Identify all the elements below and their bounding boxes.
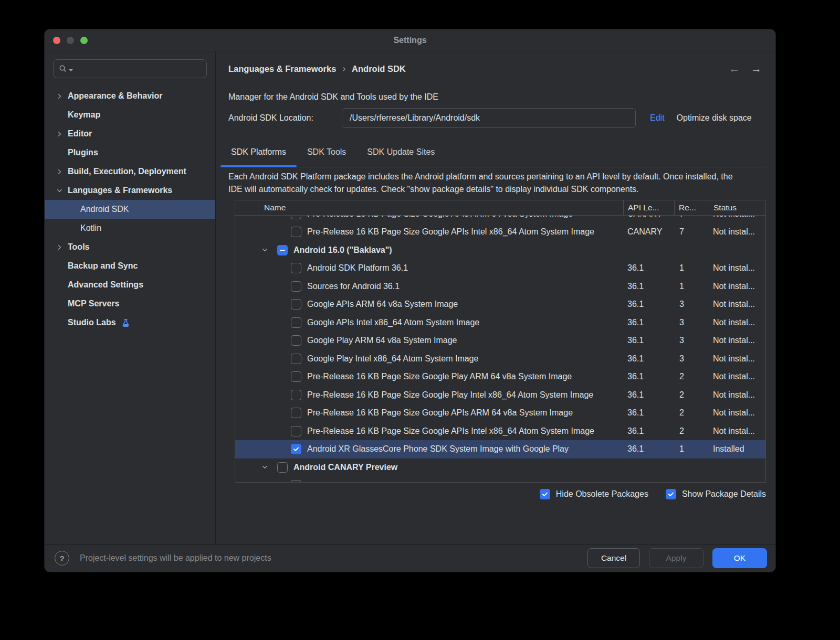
checkbox-unchecked[interactable] [291, 263, 301, 273]
search-filter-caret-icon[interactable] [69, 69, 73, 71]
sidebar-item-keymap[interactable]: Keymap [45, 105, 215, 124]
table-row-android-16-0-baklava[interactable]: Android 16.0 ("Baklava") [235, 241, 765, 260]
table-row-pre-release-16-kb-page-size-google-play-intel-x86-64-atom-system-image[interactable]: Pre-Release 16 KB Page Size Google Play … [235, 386, 765, 404]
chevron-right-icon[interactable] [56, 92, 63, 100]
table-row-pre-release-16-kb-page-size-google-apis-arm-64-v8a-system-image[interactable]: Pre-Release 16 KB Page Size Google APIs … [235, 216, 765, 223]
table-row-row[interactable] [235, 476, 765, 482]
help-icon[interactable]: ? [55, 551, 69, 566]
tab-sdk-tools[interactable]: SDK Tools [297, 137, 356, 167]
settings-search-input[interactable] [53, 59, 207, 78]
table-row-android-sdk-platform-36-1[interactable]: Android SDK Platform 36.136.11Not instal… [235, 259, 765, 278]
sidebar-item-studio-labs[interactable]: Studio Labs [45, 313, 215, 332]
cell-status: Not instal... [709, 390, 765, 400]
chevron-down-icon[interactable] [261, 464, 269, 471]
table-row-google-apis-intel-x86-64-atom-system-image[interactable]: Google APIs Intel x86_64 Atom System Ima… [235, 314, 765, 332]
option-show-package-details[interactable]: Show Package Details [666, 489, 766, 499]
cell-revision: 3 [674, 354, 709, 364]
cell-status: Not instal... [709, 408, 765, 418]
minimize-window-button[interactable] [67, 37, 74, 44]
sidebar-item-label: Languages & Frameworks [68, 186, 172, 195]
checkbox-unchecked[interactable] [291, 216, 301, 219]
sdk-location-field[interactable]: /Users/rferrese/Library/Android/sdk [342, 108, 636, 128]
table-row-pre-release-16-kb-page-size-google-play-arm-64-v8a-system-image[interactable]: Pre-Release 16 KB Page Size Google Play … [235, 368, 765, 386]
checkbox-unchecked[interactable] [291, 354, 301, 364]
checkbox-checked[interactable] [540, 489, 550, 499]
edit-link[interactable]: Edit [650, 113, 665, 123]
cell-name [235, 476, 623, 482]
checkbox-unchecked[interactable] [291, 281, 301, 292]
sidebar-item-editor[interactable]: Editor [45, 124, 215, 143]
sidebar-item-kotlin[interactable]: Kotlin [45, 219, 215, 238]
breadcrumb-current: Android SDK [352, 64, 406, 74]
chevron-down-icon[interactable] [261, 247, 269, 253]
sidebar-item-build-execution-deployment[interactable]: Build, Execution, Deployment [45, 162, 215, 181]
checkbox-unchecked[interactable] [291, 408, 301, 418]
cell-name: Pre-Release 16 KB Page Size Google Play … [235, 371, 623, 382]
sidebar-item-label: Advanced Settings [68, 280, 143, 290]
close-window-button[interactable] [53, 37, 60, 44]
table-row-sources-for-android-36-1[interactable]: Sources for Android 36.136.11Not instal.… [235, 278, 765, 296]
checkbox-unchecked[interactable] [291, 227, 301, 237]
sidebar-item-appearance-behavior[interactable]: Appearance & Behavior [45, 87, 215, 105]
checkbox-unchecked[interactable] [277, 462, 288, 473]
option-hide-obsolete-packages[interactable]: Hide Obsolete Packages [540, 489, 648, 499]
tab-sdk-platforms[interactable]: SDK Platforms [220, 137, 297, 167]
chevron-spacer [56, 262, 63, 270]
ok-button[interactable]: OK [712, 548, 767, 568]
table-row-google-play-intel-x86-64-atom-system-image[interactable]: Google Play Intel x86_64 Atom System Ima… [235, 350, 765, 368]
sdk-location-row: Android SDK Location: /Users/rferrese/Li… [228, 108, 765, 128]
search-icon [59, 65, 67, 73]
sidebar-item-backup-and-sync[interactable]: Backup and Sync [45, 257, 215, 275]
column-header-status[interactable]: Status [709, 200, 765, 215]
chevron-right-icon[interactable] [56, 168, 63, 175]
checkbox-checked[interactable] [666, 489, 676, 499]
sdk-packages-table: Name API Le... Re... Status Pre-Release … [235, 200, 766, 483]
checkbox-unchecked[interactable] [291, 317, 301, 328]
sidebar-item-android-sdk[interactable]: Android SDK [45, 200, 215, 219]
breadcrumb-parent[interactable]: Languages & Frameworks [228, 64, 336, 74]
table-row-google-apis-arm-64-v8a-system-image[interactable]: Google APIs ARM 64 v8a System Image36.13… [235, 295, 765, 314]
checkbox-unchecked[interactable] [291, 371, 301, 382]
table-row-android-xr-glassescore-phone-sdk-system-image-with-google-play[interactable]: Android XR GlassesCore Phone SDK System … [235, 440, 765, 458]
checkbox-unchecked[interactable] [291, 299, 301, 310]
checkbox-unchecked[interactable] [291, 335, 301, 346]
chevron-right-icon[interactable] [56, 130, 63, 137]
table-row-pre-release-16-kb-page-size-google-apis-intel-x86-64-atom-system-image[interactable]: Pre-Release 16 KB Page Size Google APIs … [235, 223, 765, 241]
package-name: Pre-Release 16 KB Page Size Google APIs … [307, 227, 594, 237]
table-row-android-canary-preview[interactable]: Android CANARY Preview [235, 458, 765, 477]
chevron-down-icon[interactable] [56, 187, 63, 194]
chevron-right-icon[interactable] [56, 243, 63, 251]
back-arrow-icon[interactable]: ← [729, 62, 740, 75]
flask-icon [121, 318, 130, 327]
column-header-name[interactable]: Name [258, 200, 623, 215]
cell-name: Google APIs ARM 64 v8a System Image [235, 299, 623, 310]
sidebar-item-tools[interactable]: Tools [45, 238, 215, 257]
sidebar-item-mcp-servers[interactable]: MCP Servers [45, 294, 215, 313]
checkbox-unchecked[interactable] [291, 390, 301, 400]
checkbox-unchecked[interactable] [291, 426, 301, 436]
column-header-api-level[interactable]: API Le... [623, 200, 674, 215]
cell-revision [674, 476, 709, 482]
optimize-disk-space-link[interactable]: Optimize disk space [677, 113, 752, 123]
sidebar-item-advanced-settings[interactable]: Advanced Settings [45, 275, 215, 294]
table-row-google-play-arm-64-v8a-system-image[interactable]: Google Play ARM 64 v8a System Image36.13… [235, 332, 765, 350]
sidebar-item-languages-frameworks[interactable]: Languages & Frameworks [45, 181, 215, 200]
cell-name: Google APIs Intel x86_64 Atom System Ima… [235, 317, 623, 328]
cell-name: Google Play ARM 64 v8a System Image [235, 335, 623, 346]
cell-revision: 7 [674, 227, 709, 237]
checkbox-unchecked[interactable] [291, 480, 301, 482]
package-name: Google Play ARM 64 v8a System Image [307, 336, 457, 345]
cell-revision: 2 [674, 426, 709, 436]
checkbox-checked[interactable] [291, 444, 301, 454]
cell-status: Not instal... [709, 336, 765, 345]
column-header-revision[interactable]: Re... [674, 200, 709, 215]
table-row-pre-release-16-kb-page-size-google-apis-intel-x86-64-atom-system-image[interactable]: Pre-Release 16 KB Page Size Google APIs … [235, 422, 765, 441]
tab-sdk-update-sites[interactable]: SDK Update Sites [356, 137, 445, 167]
cell-revision: 2 [674, 372, 709, 381]
forward-arrow-icon[interactable]: → [751, 62, 762, 75]
table-row-pre-release-16-kb-page-size-google-apis-arm-64-v8a-system-image[interactable]: Pre-Release 16 KB Page Size Google APIs … [235, 404, 765, 422]
checkbox-indeterminate[interactable] [277, 245, 288, 255]
zoom-window-button[interactable] [80, 37, 88, 44]
cancel-button[interactable]: Cancel [587, 548, 640, 568]
sidebar-item-plugins[interactable]: Plugins [45, 143, 215, 162]
